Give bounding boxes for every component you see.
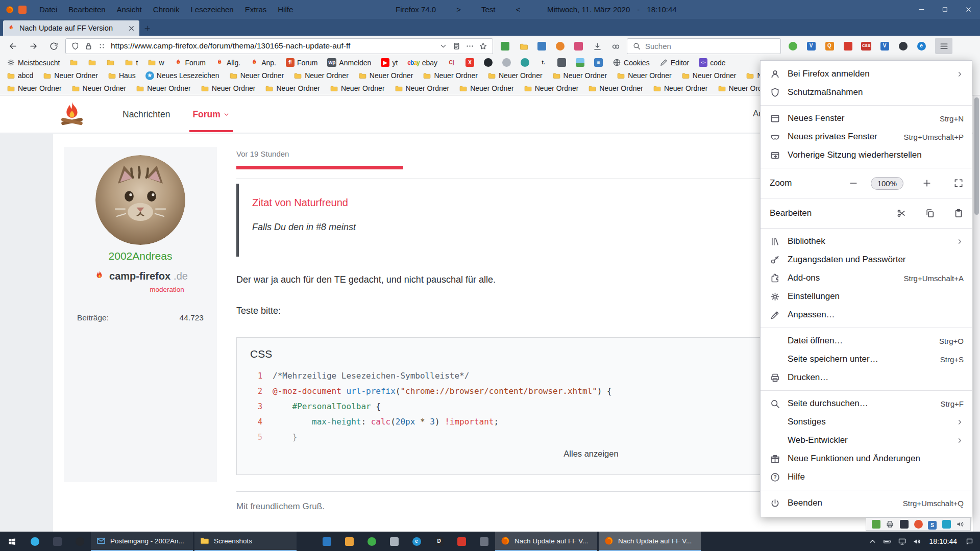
- menu-item-vorherige-sitzung-wiederherstellen[interactable]: Vorherige Sitzung wiederherstellen: [761, 146, 972, 164]
- action-center-icon[interactable]: [962, 532, 977, 551]
- bookmark-item[interactable]: Neuer Ordner: [4, 83, 64, 94]
- toolbar-extension-button[interactable]: [533, 38, 550, 54]
- taskbar-pinned-app[interactable]: [23, 532, 46, 551]
- bookmark-item[interactable]: wpAnmelden: [325, 57, 374, 68]
- bookmark-item[interactable]: Neuer Ordner: [40, 70, 101, 81]
- reload-button[interactable]: [45, 38, 62, 54]
- menu-item-anpassen[interactable]: Anpassen…: [761, 306, 972, 324]
- toolbar-extension-button[interactable]: Q: [821, 38, 838, 54]
- paste-icon[interactable]: [953, 208, 964, 218]
- search-input[interactable]: [645, 42, 775, 51]
- menu-item-einstellungen[interactable]: Einstellungen: [761, 287, 972, 306]
- forward-button[interactable]: [24, 38, 42, 54]
- toolbar-extension-button[interactable]: [784, 38, 801, 54]
- bookmark-item[interactable]: Meistbesucht: [4, 57, 62, 68]
- taskbar-task-firefox[interactable]: Nach Update auf FF V...: [599, 532, 701, 551]
- menubar-item-ansicht[interactable]: Ansicht: [111, 0, 148, 19]
- menu-item-beenden[interactable]: BeendenStrg+Umschalt+Q: [761, 494, 972, 512]
- menubar-item-hilfe[interactable]: Hilfe: [272, 0, 299, 19]
- bookmark-item[interactable]: Neuer Ordner: [550, 70, 610, 81]
- toolbar-extension-button[interactable]: V: [802, 38, 820, 54]
- bookmark-item[interactable]: Neuer Ordner: [262, 83, 323, 94]
- toolbar-extension-button[interactable]: [496, 38, 513, 54]
- bookmark-item[interactable]: [555, 57, 569, 68]
- tracking-protection-shield-icon[interactable]: [71, 42, 80, 51]
- site-identity-lock-icon[interactable]: [84, 42, 93, 51]
- toolbar-extension-button[interactable]: [839, 38, 856, 54]
- bookmark-item[interactable]: w: [145, 57, 166, 68]
- bookmark-item[interactable]: Neuer Ordner: [485, 70, 545, 81]
- author-username[interactable]: 2002Andreas: [64, 250, 217, 262]
- url-bar[interactable]: https://www.camp-firefox.de/forum/thema/…: [65, 38, 493, 54]
- bookmark-item[interactable]: Neuer Ordner: [456, 83, 517, 94]
- tray-expand-icon[interactable]: [865, 532, 880, 551]
- bookmark-item[interactable]: [500, 57, 513, 68]
- bookmark-item[interactable]: [481, 57, 495, 68]
- avatar[interactable]: [95, 155, 185, 245]
- bookmark-star-icon[interactable]: [479, 42, 487, 51]
- taskbar-pinned-app[interactable]: [473, 532, 495, 551]
- toolbar-extension-button[interactable]: [570, 38, 587, 54]
- taskbar-pinned-app[interactable]: e: [405, 532, 428, 551]
- bookmark-item[interactable]: [104, 57, 117, 68]
- menu-item-sonstiges[interactable]: Sonstiges: [761, 413, 972, 431]
- fullscreen-button[interactable]: [953, 178, 964, 188]
- toolbar-extension-button[interactable]: [588, 38, 605, 54]
- bookmark-item[interactable]: [67, 57, 81, 68]
- taskbar-pinned-app[interactable]: [338, 532, 360, 551]
- bookmark-item[interactable]: ebayebay: [405, 57, 440, 68]
- bookmark-item[interactable]: [85, 57, 99, 68]
- taskbar-pinned-app[interactable]: [68, 532, 91, 551]
- menu-item-seite-speichern-unter[interactable]: Seite speichern unter…Strg+S: [761, 350, 972, 368]
- bookmark-item[interactable]: X: [463, 57, 477, 68]
- page-scrollbar[interactable]: [973, 95, 980, 532]
- bookmark-item[interactable]: Forum: [172, 57, 208, 68]
- search-bar[interactable]: [627, 38, 781, 54]
- menu-item-neues-fenster[interactable]: Neues FensterStrg+N: [761, 109, 972, 128]
- zoom-out-button[interactable]: [848, 178, 859, 188]
- zoom-in-button[interactable]: [922, 178, 932, 188]
- taskbar-pinned-app[interactable]: [46, 532, 68, 551]
- bookmark-item[interactable]: t: [122, 57, 140, 68]
- volume-icon[interactable]: [910, 532, 924, 551]
- bookmark-item[interactable]: Neuer Ordner: [133, 83, 193, 94]
- bookmark-item[interactable]: Neuer Ordner: [356, 70, 416, 81]
- bookmark-item[interactable]: Editor: [657, 57, 692, 68]
- firefox-logo-icon[interactable]: [5, 5, 14, 14]
- menu-item-hilfe[interactable]: ?Hilfe: [761, 468, 972, 486]
- new-tab-button[interactable]: [139, 20, 155, 36]
- menu-item-datei-ffnen[interactable]: Datei öffnen…Strg+O: [761, 332, 972, 350]
- taskbar-pinned-app[interactable]: [450, 532, 473, 551]
- battery-icon[interactable]: [880, 532, 895, 551]
- urlbar-dropdown-icon[interactable]: [439, 42, 448, 51]
- bookmark-item[interactable]: ▶yt: [378, 57, 400, 68]
- back-button[interactable]: [4, 38, 21, 54]
- toolbar-extension-button[interactable]: V: [876, 38, 893, 54]
- url-text[interactable]: https://www.camp-firefox.de/forum/thema/…: [111, 41, 434, 51]
- bookmark-item[interactable]: Neuer Ordner: [198, 83, 258, 94]
- tray-overflow-icon[interactable]: [956, 520, 965, 529]
- nav-item-nachrichten[interactable]: Nachrichten: [111, 95, 181, 133]
- menu-item-bei-firefox-anmelden[interactable]: Bei Firefox anmelden: [761, 65, 972, 83]
- menubar-item-datei[interactable]: Datei: [34, 0, 63, 19]
- bookmark-item[interactable]: Neuer Ordner: [392, 83, 452, 94]
- minimize-button[interactable]: [910, 0, 933, 19]
- toolbar-extension-button[interactable]: [551, 38, 569, 54]
- tray-overflow-icon[interactable]: [942, 520, 951, 529]
- taskbar-pinned-app[interactable]: [383, 532, 405, 551]
- page-actions-icon[interactable]: [465, 42, 474, 51]
- tray-overflow-icon[interactable]: [872, 520, 880, 529]
- menu-item-drucken[interactable]: Drucken…: [761, 368, 972, 387]
- bookmark-item[interactable]: abcd: [4, 70, 36, 81]
- tray-overflow-icon[interactable]: [886, 520, 894, 529]
- bookmark-item[interactable]: Neuer Ordner: [227, 70, 287, 81]
- taskbar-pinned-app[interactable]: D: [428, 532, 450, 551]
- menu-item-neues-privates-fenster[interactable]: Neues privates FensterStrg+Umschalt+P: [761, 128, 972, 146]
- taskbar-clock[interactable]: 18:10:44: [924, 537, 963, 545]
- bookmark-item[interactable]: Cj: [445, 57, 458, 68]
- start-button[interactable]: [0, 532, 23, 551]
- copy-icon[interactable]: [925, 208, 935, 218]
- bookmark-item[interactable]: <>code: [696, 57, 728, 68]
- menu-item-add-ons[interactable]: Add-onsStrg+Umschalt+A: [761, 269, 972, 287]
- taskbar-pinned-app[interactable]: [315, 532, 338, 551]
